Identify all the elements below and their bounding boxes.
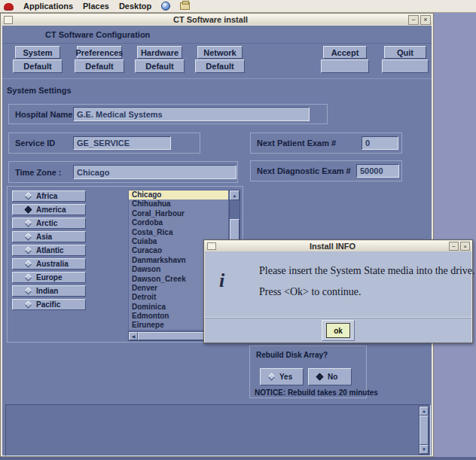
- rebuild-no-label: No: [328, 373, 337, 381]
- message-vscroll-thumb[interactable]: [420, 416, 429, 445]
- region-america[interactable]: America: [12, 204, 86, 215]
- scroll-down-icon[interactable]: ▼: [420, 445, 429, 454]
- rebuild-question: Rebuild Disk Array?: [256, 351, 328, 359]
- menu-desktop[interactable]: Desktop: [119, 0, 151, 12]
- region-indian[interactable]: Indian: [12, 285, 86, 297]
- vscroll-thumb[interactable]: [230, 219, 240, 240]
- scroll-up-icon[interactable]: ▲: [420, 407, 429, 416]
- city-row[interactable]: Coral_Harbour: [129, 209, 228, 218]
- next-patient-label: Next Patient Exam #: [257, 139, 336, 148]
- region-label: Europe: [36, 273, 62, 282]
- nav-hardware-default-button[interactable]: Default: [135, 59, 185, 73]
- minimize-button[interactable]: −: [408, 15, 419, 25]
- nav-network-default-button[interactable]: Default: [195, 59, 245, 73]
- dialog-titlebar[interactable]: Install INFO − ×: [205, 241, 471, 251]
- next-patient-group: Next Patient Exam # 0: [250, 133, 402, 154]
- next-diagnostic-label: Next Diagnostic Exam #: [257, 166, 351, 175]
- radio-diamond-icon: [25, 274, 32, 282]
- redhat-menu-icon[interactable]: [4, 3, 14, 10]
- dialog-close-button[interactable]: ×: [460, 242, 470, 251]
- rebuild-yes-label: Yes: [279, 373, 292, 381]
- timezone-label: Time Zone :: [15, 168, 62, 177]
- main-window-title: CT Software install: [13, 15, 408, 24]
- dialog-message-line1: Please insert the System State media int…: [259, 265, 475, 277]
- rebuild-no-button[interactable]: No: [308, 368, 352, 385]
- config-header-band: CT Software Configuration: [2, 26, 432, 44]
- accept-sub-panel: [321, 59, 369, 73]
- accept-button[interactable]: Accept: [323, 46, 367, 59]
- region-australia[interactable]: Australia: [12, 258, 86, 270]
- ok-button-frame: ok: [322, 320, 355, 341]
- region-asia[interactable]: Asia: [12, 231, 86, 242]
- quit-button[interactable]: Quit: [384, 46, 426, 59]
- rebuild-yes-button[interactable]: Yes: [260, 368, 304, 385]
- dialog-footer: ok: [205, 318, 471, 343]
- web-browser-icon[interactable]: [161, 2, 170, 11]
- dialog-title: Install INFO: [216, 242, 449, 251]
- radio-diamond-icon: [25, 220, 32, 227]
- radio-diamond-icon: [25, 247, 32, 254]
- city-row[interactable]: Chihuahua: [129, 200, 228, 209]
- scroll-left-icon[interactable]: ◀: [129, 332, 138, 340]
- nav-system-button[interactable]: System: [15, 46, 60, 59]
- menu-applications[interactable]: Applications: [23, 0, 73, 12]
- radio-diamond-icon: [25, 233, 32, 241]
- scroll-up-icon[interactable]: ▲: [230, 190, 240, 200]
- nav-system-default-button[interactable]: Default: [13, 59, 63, 73]
- radio-diamond-selected-icon: [316, 373, 324, 381]
- section-title: System Settings: [7, 86, 72, 95]
- dialog-body: i Please insert the System State media i…: [205, 251, 471, 318]
- region-label: Pacific: [36, 300, 60, 309]
- radio-diamond-icon: [25, 260, 32, 268]
- desktop-menubar: Applications Places Desktop: [0, 0, 476, 13]
- region-label: Africa: [36, 192, 57, 200]
- info-icon: i: [219, 271, 224, 291]
- nav-hardware-button[interactable]: Hardware: [137, 46, 182, 59]
- nav-network-button[interactable]: Network: [197, 46, 243, 59]
- message-vscrollbar[interactable]: ▲ ▼: [419, 406, 429, 455]
- city-row[interactable]: Costa_Rica: [129, 228, 228, 237]
- menu-places[interactable]: Places: [83, 0, 109, 12]
- region-atlantic[interactable]: Atlantic: [12, 245, 86, 256]
- dialog-message-line2: Press <Ok> to continue.: [259, 286, 362, 298]
- hospital-name-group: Hospital Name G.E. Medical Systems: [8, 104, 328, 124]
- region-label: America: [36, 206, 66, 214]
- service-id-input[interactable]: GE_SERVICE: [73, 136, 171, 150]
- dialog-minimize-button[interactable]: −: [449, 242, 459, 251]
- file-manager-icon-back: [182, 1, 189, 5]
- region-label: Indian: [36, 287, 58, 295]
- quit-sub-panel: [382, 59, 429, 73]
- timezone-input[interactable]: Chicago: [73, 165, 236, 179]
- region-arctic[interactable]: Arctic: [12, 218, 86, 229]
- ok-button[interactable]: ok: [326, 323, 350, 338]
- region-africa[interactable]: Africa: [12, 190, 86, 202]
- timezone-group: Time Zone : Chicago: [8, 161, 238, 183]
- region-pacific[interactable]: Pacific: [12, 299, 86, 310]
- region-europe[interactable]: Europe: [12, 272, 86, 283]
- message-area[interactable]: ▲ ▼: [5, 404, 431, 456]
- service-id-group: Service ID GE_SERVICE: [8, 133, 200, 154]
- next-patient-input[interactable]: 0: [362, 136, 398, 150]
- nav-preferences-default-button[interactable]: Default: [75, 59, 124, 73]
- close-button[interactable]: ×: [420, 15, 431, 25]
- next-diagnostic-input[interactable]: 50000: [356, 164, 399, 178]
- dialog-window-menu-icon[interactable]: [207, 242, 216, 250]
- city-row-selected[interactable]: Chicago: [129, 190, 228, 200]
- radio-diamond-icon: [25, 288, 32, 295]
- main-window-titlebar[interactable]: CT Software install − ×: [2, 14, 432, 25]
- city-row[interactable]: Cordoba: [129, 218, 228, 227]
- desktop-bottom-strip: [0, 457, 476, 460]
- nav-preferences-button[interactable]: Preferences: [77, 46, 122, 59]
- window-menu-icon[interactable]: [4, 16, 13, 24]
- radio-diamond-icon: [268, 373, 276, 381]
- install-info-dialog: Install INFO − × i Please insert the Sys…: [203, 239, 473, 343]
- hospital-name-label: Hospital Name: [15, 110, 72, 119]
- button-band-divider: [2, 78, 432, 79]
- service-id-label: Service ID: [15, 139, 55, 148]
- hospital-name-input[interactable]: G.E. Medical Systems: [73, 107, 310, 121]
- region-label: Atlantic: [36, 246, 64, 254]
- next-diagnostic-group: Next Diagnostic Exam # 50000: [250, 160, 402, 181]
- region-label: Australia: [36, 260, 69, 268]
- rebuild-notice: NOTICE: Rebuild takes 20 minutes: [255, 388, 378, 397]
- file-manager-icon[interactable]: [180, 2, 190, 10]
